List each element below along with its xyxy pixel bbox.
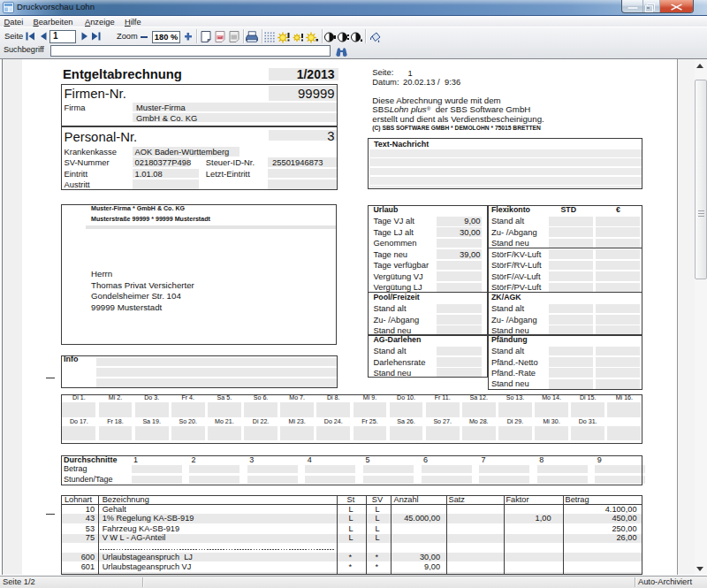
svg-text:ad: ad: [218, 35, 223, 40]
